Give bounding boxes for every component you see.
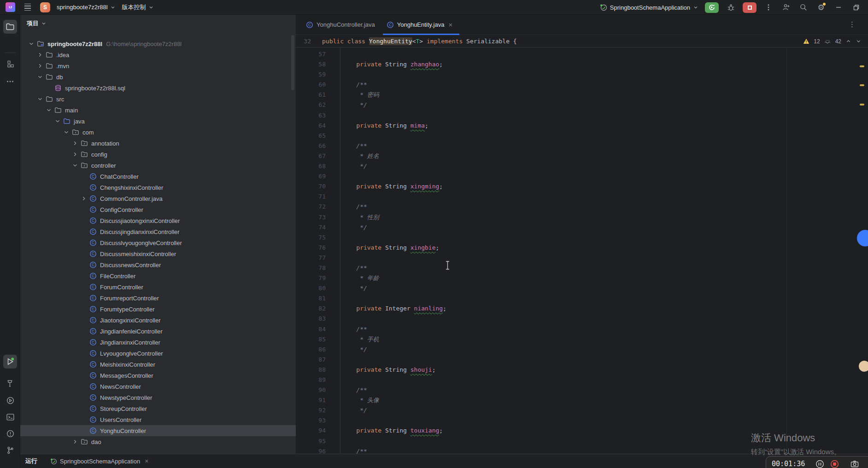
debug-button[interactable] (725, 2, 736, 13)
tree-item[interactable]: dao (20, 436, 296, 447)
code-line[interactable]: 57 (296, 49, 868, 59)
tree-item[interactable]: CMessagesController (20, 370, 296, 381)
close-tab-icon[interactable]: × (447, 21, 453, 28)
chevron-down-icon[interactable] (44, 106, 54, 114)
tree-item[interactable]: annotation (20, 138, 296, 149)
code-line[interactable]: 87 (296, 355, 868, 365)
code-line[interactable]: 91 * 头像 (296, 395, 868, 405)
tree-item[interactable]: controller (20, 160, 296, 171)
tree-item[interactable]: CJingdianxinxiController (20, 337, 296, 348)
run-tool-window-tab[interactable]: 运行 (25, 457, 37, 465)
code-line[interactable]: 70 private String xingming; (296, 181, 868, 192)
settings-gear-icon[interactable]: ⚙ (815, 2, 827, 13)
code-line[interactable]: 63 (296, 111, 868, 121)
code-line[interactable]: 80 */ (296, 283, 868, 293)
tab-options-icon[interactable]: ⋮ (849, 20, 856, 29)
code-line[interactable]: 82 private Integer nianling; (296, 304, 868, 314)
chevron-right-icon[interactable] (70, 438, 80, 445)
stop-recording-icon[interactable] (830, 460, 839, 468)
project-selector[interactable]: springboote7z2r88l (57, 4, 116, 11)
rerun-button[interactable] (705, 2, 719, 13)
tree-item[interactable]: CYonghuController (20, 425, 296, 436)
tree-item[interactable]: CChengshixinxiController (20, 182, 296, 193)
code-line[interactable]: 64 private String mima; (296, 121, 868, 131)
code-line[interactable]: 74 */ (296, 222, 868, 233)
code-line[interactable]: 83 (296, 314, 868, 324)
structure-tool-button[interactable] (3, 57, 17, 71)
tree-item[interactable]: CNewsController (20, 381, 296, 392)
code-line[interactable]: 77 (296, 253, 868, 263)
git-tool-button[interactable] (3, 443, 17, 457)
code-line[interactable]: 72 /** (296, 202, 868, 212)
chevron-down-icon[interactable] (61, 129, 71, 136)
warning-stripe-mark[interactable] (860, 65, 864, 67)
screenshot-camera-icon[interactable] (850, 460, 859, 468)
tree-item[interactable]: src (20, 94, 296, 105)
code-line[interactable]: 61 * 密码 (296, 90, 868, 100)
run-tool-button[interactable] (3, 355, 17, 369)
tree-item[interactable]: CStoreupController (20, 403, 296, 414)
tree-item[interactable]: CForumtypeController (20, 304, 296, 315)
code-line[interactable]: 96 /** (296, 446, 868, 454)
chevron-right-icon[interactable] (35, 62, 45, 70)
tree-item[interactable]: CJiaotongxinxiController (20, 315, 296, 326)
warning-stripe-mark[interactable] (860, 104, 864, 105)
chevron-down-icon[interactable] (70, 162, 80, 169)
code-line[interactable]: 69 (296, 171, 868, 181)
code-line[interactable]: 67 * 姓名 (296, 151, 868, 161)
code-line[interactable]: 89 (296, 375, 868, 385)
chevron-right-icon[interactable] (35, 51, 45, 58)
tree-item[interactable]: CConfigController (20, 204, 296, 215)
project-tool-button[interactable] (3, 20, 17, 34)
warning-stripe-mark[interactable] (860, 84, 864, 86)
tree-item[interactable]: CUsersController (20, 414, 296, 425)
code-line[interactable]: 90 /** (296, 385, 868, 395)
run-configuration-selector[interactable]: SpringbootSchemaApplication (600, 4, 698, 11)
vcs-menu[interactable]: 版本控制 (122, 3, 154, 12)
more-tools-icon[interactable] (3, 75, 17, 88)
code-line[interactable]: 62 */ (296, 100, 868, 110)
pause-recording-icon[interactable] (815, 460, 824, 468)
tree-item[interactable]: java (20, 116, 296, 127)
next-problem-icon[interactable] (856, 38, 862, 44)
tree-item[interactable]: CNewstypeController (20, 392, 296, 403)
tree-item[interactable]: CMeishixinxiController (20, 359, 296, 370)
tree-item[interactable]: CJingdianfenleiController (20, 326, 296, 337)
typo-count[interactable]: 42 (835, 38, 841, 45)
run-process-tab[interactable]: SpringbootSchemaApplication × (50, 457, 148, 465)
code-line[interactable]: 65 (296, 131, 868, 141)
tree-item[interactable]: com (20, 127, 296, 138)
chevron-down-icon[interactable] (53, 117, 63, 125)
chevron-right-icon[interactable] (70, 140, 80, 147)
code-line[interactable]: 76 private String xingbie; (296, 243, 868, 253)
code-line[interactable]: 88 private String shouji; (296, 365, 868, 375)
tree-item[interactable]: .mvn (20, 60, 296, 71)
main-menu-icon[interactable] (22, 2, 34, 12)
problems-tool-button[interactable] (3, 427, 17, 440)
tree-item[interactable]: CDiscusslvyougonglveController (20, 237, 296, 248)
code-viewport[interactable]: 5758 private String zhanghao;5960 /**61 … (296, 47, 868, 454)
code-line[interactable]: 79 * 年龄 (296, 273, 868, 283)
tree-item[interactable]: CDiscussmeishixinxiController (20, 248, 296, 259)
chevron-down-icon[interactable] (26, 40, 36, 47)
code-line[interactable]: 60 /** (296, 80, 868, 90)
tree-item[interactable]: springboote7z2r88l.sql (20, 82, 296, 94)
code-line[interactable]: 92 */ (296, 405, 868, 415)
tree-item[interactable]: springboote7z2r88lG:\home\springboote7z2… (20, 38, 296, 49)
sticky-class-header[interactable]: 32 public class YonghuEntity<T> implemen… (296, 35, 868, 47)
build-tool-button[interactable] (3, 376, 17, 390)
services-tool-button[interactable] (3, 393, 17, 407)
code-with-me-icon[interactable] (780, 2, 792, 13)
chevron-down-icon[interactable] (35, 73, 45, 81)
restore-window-button[interactable] (850, 2, 862, 13)
code-line[interactable]: 73 * 性别 (296, 212, 868, 222)
chevron-down-icon[interactable] (35, 95, 45, 103)
code-line[interactable]: 86 */ (296, 345, 868, 355)
terminal-tool-button[interactable] (3, 410, 17, 424)
code-line[interactable]: 95 (296, 436, 868, 446)
code-line[interactable]: 75 (296, 233, 868, 243)
tree-item[interactable]: CDiscussjiaotongxinxiController (20, 215, 296, 226)
code-line[interactable]: 78 /** (296, 263, 868, 273)
tab-yonghuentity[interactable]: C YonghuEntity.java × (382, 15, 460, 35)
code-line[interactable]: 71 (296, 192, 868, 202)
